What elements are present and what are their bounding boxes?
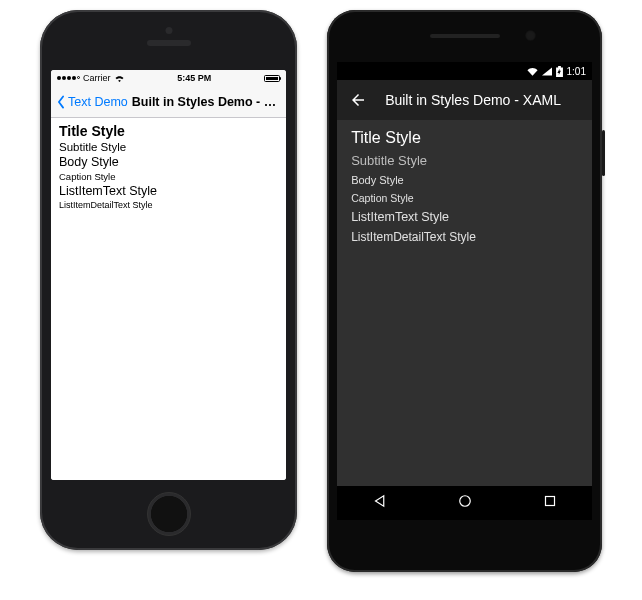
nav-recent-button[interactable] bbox=[541, 492, 559, 514]
subtitle-style-text: Subtitle Style bbox=[59, 140, 278, 154]
listitemdetailtext-style-text: ListItemDetailText Style bbox=[59, 199, 278, 211]
android-screen: 1:01 Built in Styles Demo - XAML Title S… bbox=[337, 62, 592, 520]
status-time: 1:01 bbox=[567, 66, 586, 77]
back-button[interactable]: Text Demo bbox=[55, 95, 128, 109]
subtitle-style-text: Subtitle Style bbox=[351, 150, 578, 171]
wifi-icon bbox=[527, 67, 538, 76]
nav-back-button[interactable] bbox=[371, 492, 389, 514]
title-style-text: Title Style bbox=[351, 126, 578, 150]
listitemtext-style-text: ListItemText Style bbox=[351, 207, 578, 227]
iphone-screen: Carrier 5:45 PM Text Demo Built in Style… bbox=[51, 70, 286, 480]
listitemdetailtext-style-text: ListItemDetailText Style bbox=[351, 227, 578, 247]
ios-status-bar: Carrier 5:45 PM bbox=[51, 70, 286, 86]
android-status-bar: 1:01 bbox=[337, 62, 592, 80]
wifi-icon bbox=[114, 74, 125, 82]
title-style-text: Title Style bbox=[59, 122, 278, 140]
square-recent-icon bbox=[541, 492, 559, 510]
listitemtext-style-text: ListItemText Style bbox=[59, 183, 278, 199]
iphone-device-frame: Carrier 5:45 PM Text Demo Built in Style… bbox=[40, 10, 297, 550]
ios-nav-bar: Text Demo Built in Styles Demo - XAML bbox=[51, 86, 286, 118]
iphone-home-button[interactable] bbox=[147, 492, 191, 536]
page-title: Built in Styles Demo - XAML bbox=[132, 95, 282, 109]
body-style-text: Body Style bbox=[59, 154, 278, 170]
android-power-button bbox=[602, 130, 605, 176]
page-title: Built in Styles Demo - XAML bbox=[385, 92, 561, 108]
triangle-back-icon bbox=[371, 492, 389, 510]
android-app-bar: Built in Styles Demo - XAML bbox=[337, 80, 592, 120]
android-content: Title StyleSubtitle StyleBody StyleCapti… bbox=[337, 120, 592, 486]
svg-point-0 bbox=[459, 496, 470, 507]
android-earpiece bbox=[430, 34, 500, 38]
circle-home-icon bbox=[456, 492, 474, 510]
battery-icon bbox=[264, 75, 280, 82]
status-time: 5:45 PM bbox=[177, 73, 211, 83]
back-button[interactable] bbox=[349, 91, 367, 109]
signal-strength-icon bbox=[57, 76, 80, 80]
body-style-text: Body Style bbox=[351, 171, 578, 189]
android-device-frame: 1:01 Built in Styles Demo - XAML Title S… bbox=[327, 10, 602, 572]
back-button-label: Text Demo bbox=[68, 95, 128, 109]
android-system-nav bbox=[337, 486, 592, 520]
carrier-label: Carrier bbox=[83, 73, 111, 83]
caption-style-text: Caption Style bbox=[351, 189, 578, 207]
nav-home-button[interactable] bbox=[456, 492, 474, 514]
ios-content: Title StyleSubtitle StyleBody StyleCapti… bbox=[51, 118, 286, 480]
battery-icon bbox=[556, 66, 563, 77]
svg-rect-1 bbox=[545, 497, 554, 506]
arrow-left-icon bbox=[349, 91, 367, 109]
android-front-camera bbox=[525, 30, 536, 41]
iphone-earpiece bbox=[147, 40, 191, 46]
caption-style-text: Caption Style bbox=[59, 170, 278, 183]
signal-icon bbox=[542, 67, 552, 76]
iphone-front-camera bbox=[165, 27, 172, 34]
chevron-left-icon bbox=[55, 95, 67, 109]
